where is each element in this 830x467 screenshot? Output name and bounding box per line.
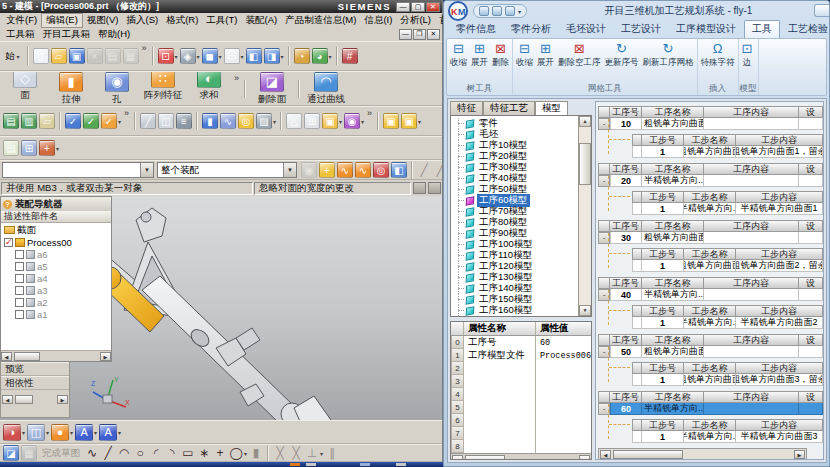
property-row[interactable]: 7 <box>451 427 591 440</box>
nx-menu-item[interactable]: 分析(L) <box>396 14 435 27</box>
qat-window-icon[interactable] <box>505 6 515 16</box>
folder-new-icon-dropdown[interactable]: ▾ <box>339 118 342 125</box>
qat-save-icon[interactable] <box>492 6 502 16</box>
parallel-icon[interactable]: ∥ <box>325 445 339 461</box>
table-edit-icon[interactable]: ⊞ <box>21 140 37 156</box>
gear-pair-icon-dropdown[interactable]: ▾ <box>361 118 364 125</box>
qat-model-icon[interactable] <box>479 6 489 16</box>
op-equipment-header[interactable]: 设 <box>799 334 823 346</box>
grid-collapse-button[interactable]: ⊟收缩 <box>514 40 535 70</box>
step-row[interactable]: 1半精铣单方向...半精铣单方向曲面3 <box>632 431 823 443</box>
background-icon-dropdown[interactable]: ▾ <box>241 53 244 60</box>
nav-row-component[interactable]: a1 <box>1 308 111 320</box>
property-row[interactable]: 1工序模型文件Process006.p <box>451 349 591 362</box>
taskbar-item[interactable] <box>396 463 406 466</box>
nav-row-component[interactable]: a2 <box>1 296 111 308</box>
nx-menu-item[interactable]: 产品制造信息(M) <box>281 14 360 27</box>
snap-point-icon[interactable]: + <box>319 162 335 178</box>
assembly-constraints-icon[interactable]: ◧ <box>246 48 262 64</box>
property-row[interactable]: 0工序号60 <box>451 336 591 349</box>
property-row[interactable]: 5 <box>451 401 591 414</box>
step-content-header[interactable]: 工步内容 <box>736 362 823 374</box>
edit-object-display-icon[interactable]: ◑ <box>3 424 21 441</box>
selection-scope-combo[interactable]: 整个装配 ▼ <box>157 162 297 178</box>
checkbox-unchecked[interactable] <box>15 286 24 295</box>
scroll-right-icon[interactable]: ▶ <box>794 450 805 459</box>
show-hide-icon[interactable]: ◫ <box>27 424 45 441</box>
ellipse-icon-dropdown[interactable]: ▾ <box>244 450 247 457</box>
chevron-down-icon[interactable]: ▼ <box>283 163 296 177</box>
nav-row-component[interactable]: a3 <box>1 284 111 296</box>
cube-stack-icon[interactable]: ▣ <box>383 113 399 129</box>
km-minimize-button[interactable] <box>814 4 829 17</box>
refresh-grid-button[interactable]: ↻刷新工序网格 <box>641 40 696 70</box>
op-name-header[interactable]: 工序名称 <box>642 391 704 403</box>
curve-rule2-icon[interactable]: ∿ <box>355 162 371 178</box>
op-content-header[interactable]: 工序内容 <box>704 220 799 232</box>
arc-icon[interactable]: ◠ <box>117 445 131 461</box>
nx-menu-item[interactable]: 信息(I) <box>360 14 396 27</box>
nx-menu-item[interactable]: 帮助(H) <box>94 28 134 41</box>
step-no-header[interactable]: 工步号 <box>642 191 684 203</box>
pmi-icon[interactable]: # <box>342 48 358 64</box>
cube-stack2-icon[interactable]: ▣ <box>401 113 417 129</box>
sections-hscrollbar[interactable]: ◀ ▶ <box>1 394 69 404</box>
rectangle-icon[interactable]: ▭ <box>181 445 195 461</box>
status-icon-2[interactable] <box>428 182 441 194</box>
property-row[interactable]: 6 <box>451 414 591 427</box>
delete-empty-op-button[interactable]: ⊠删除空工序 <box>556 40 603 70</box>
background-icon[interactable]: ▭ <box>224 48 240 64</box>
op-content-header[interactable]: 工序内容 <box>704 334 799 346</box>
op-content-header[interactable]: 工序内容 <box>704 106 799 118</box>
list-icon[interactable]: ≡ <box>176 113 192 129</box>
chamfer-icon[interactable]: ◝ <box>165 445 179 461</box>
close-button[interactable]: ✕ <box>426 2 440 12</box>
through-curves-button[interactable]: ◠通过曲线 <box>303 72 349 106</box>
clip-section-icon[interactable]: ▥ <box>21 113 37 129</box>
view-section-icon[interactable]: ▤ <box>3 113 19 129</box>
edit-object-display-icon-dropdown[interactable]: ▾ <box>22 429 25 436</box>
circle-icon[interactable]: ○ <box>133 445 147 461</box>
rendering-style-icon[interactable]: ◼ <box>202 48 218 64</box>
step-name-header[interactable]: 工步名称 <box>684 134 736 146</box>
op-no-header[interactable]: 工序号 <box>610 220 642 232</box>
orient-view-icon-dropdown[interactable]: ▾ <box>197 53 200 60</box>
nav-row-assembly[interactable]: ✓Process00 <box>1 236 111 248</box>
quick-extend-icon[interactable]: ╳ <box>289 445 303 461</box>
true-shading-icon-dropdown[interactable]: ▾ <box>329 53 332 60</box>
navigator-header[interactable]: ? 装配导航器 <box>1 197 111 211</box>
step-no-header[interactable]: 工步号 <box>642 419 684 431</box>
op-equipment-header[interactable]: 设 <box>799 106 823 118</box>
fit-view-icon-dropdown[interactable]: ▾ <box>175 53 178 60</box>
step-name-header[interactable]: 工步名称 <box>684 248 736 260</box>
start-menu-button[interactable]: 始▾ <box>2 50 24 63</box>
paste-icon[interactable]: ▦ <box>123 48 139 64</box>
toolbar-overflow-button[interactable]: » <box>367 108 372 118</box>
fit-view-icon[interactable]: ⊡ <box>158 48 174 64</box>
panel-tab-特征[interactable]: 特征 <box>450 101 483 115</box>
scroll-down-icon[interactable]: ▼ <box>579 305 591 316</box>
scroll-right-icon[interactable]: ▶ <box>57 395 68 404</box>
gear-pair-icon[interactable]: ◉ <box>344 113 360 129</box>
role-icon[interactable]: ◔ <box>294 48 310 64</box>
ellipse-icon[interactable]: ◯ <box>229 445 243 461</box>
step-content-header[interactable]: 工步内容 <box>736 191 823 203</box>
tree-item[interactable]: 零件 <box>451 118 578 129</box>
annotation-style-icon[interactable]: A <box>99 424 117 441</box>
checkbox-unchecked[interactable] <box>15 274 24 283</box>
op-equipment-header[interactable]: 设 <box>799 220 823 232</box>
checkbox-unchecked[interactable] <box>15 262 24 271</box>
nx-menu-item[interactable]: 视图(V) <box>83 14 123 27</box>
scrollbar-thumb[interactable] <box>14 352 40 361</box>
examine-geometry-icon[interactable]: ✓ <box>65 113 81 129</box>
checkbox-unchecked[interactable] <box>15 310 24 319</box>
update-seq-button[interactable]: ↻更新序号 <box>603 40 641 70</box>
step-no-header[interactable]: 工步号 <box>642 248 684 260</box>
windows-taskbar[interactable] <box>0 462 443 467</box>
orient-tool-icon[interactable]: ◎ <box>373 162 389 178</box>
op-name-header[interactable]: 工序名称 <box>642 106 704 118</box>
special-char-button[interactable]: Ω特殊字符 <box>699 40 737 70</box>
maximize-button[interactable]: ▢ <box>411 2 425 12</box>
grid-expand-button[interactable]: ⊞展开 <box>535 40 556 70</box>
operation-row-50[interactable]: -50粗铣单方向曲面 <box>598 346 823 358</box>
